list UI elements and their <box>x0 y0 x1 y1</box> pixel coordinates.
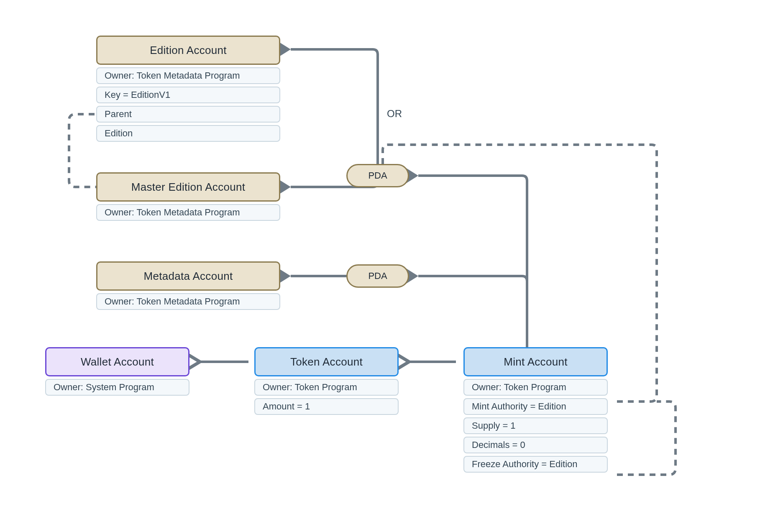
token-title: Token Account <box>290 356 363 368</box>
master-edition-header: Master Edition Account <box>96 172 280 202</box>
edition-field-owner: Owner: Token Metadata Program <box>96 67 280 84</box>
master-edition-title: Master Edition Account <box>131 181 246 194</box>
edition-field-key: Key = EditionV1 <box>96 87 280 103</box>
mint-header: Mint Account <box>463 347 608 376</box>
or-label: OR <box>387 108 402 120</box>
pda-label-1: PDA <box>368 170 387 181</box>
token-field-owner: Owner: Token Program <box>254 379 399 396</box>
edition-account-title: Edition Account <box>150 44 227 57</box>
edition-account-node: Edition Account Owner: Token Metadata Pr… <box>96 36 280 142</box>
metadata-node: Metadata Account Owner: Token Metadata P… <box>96 261 280 310</box>
mint-field-freeze: Freeze Authority = Edition <box>463 456 608 473</box>
edition-account-header: Edition Account <box>96 36 280 65</box>
wallet-field-owner: Owner: System Program <box>45 379 189 396</box>
metadata-header: Metadata Account <box>96 261 280 291</box>
master-edition-node: Master Edition Account Owner: Token Meta… <box>96 172 280 221</box>
wallet-title: Wallet Account <box>81 356 154 368</box>
wallet-header: Wallet Account <box>45 347 189 376</box>
metadata-title: Metadata Account <box>144 270 233 283</box>
mint-field-mintauth: Mint Authority = Edition <box>463 398 608 415</box>
master-field-owner: Owner: Token Metadata Program <box>96 204 280 221</box>
mint-field-owner: Owner: Token Program <box>463 379 608 396</box>
edition-field-parent: Parent <box>96 106 280 123</box>
pda-label-2: PDA <box>368 271 387 281</box>
wallet-node: Wallet Account Owner: System Program <box>45 347 189 396</box>
mint-node: Mint Account Owner: Token Program Mint A… <box>463 347 608 473</box>
pda-pill-2: PDA <box>346 264 409 288</box>
mint-title: Mint Account <box>504 356 567 368</box>
token-node: Token Account Owner: Token Program Amoun… <box>254 347 399 415</box>
edition-field-edition: Edition <box>96 125 280 142</box>
token-header: Token Account <box>254 347 399 376</box>
mint-field-decimals: Decimals = 0 <box>463 437 608 453</box>
token-field-amount: Amount = 1 <box>254 398 399 415</box>
mint-field-supply: Supply = 1 <box>463 417 608 434</box>
diagram-canvas: Edition Account Owner: Token Metadata Pr… <box>0 0 778 532</box>
pda-pill-1: PDA <box>346 164 409 187</box>
metadata-field-owner: Owner: Token Metadata Program <box>96 293 280 310</box>
